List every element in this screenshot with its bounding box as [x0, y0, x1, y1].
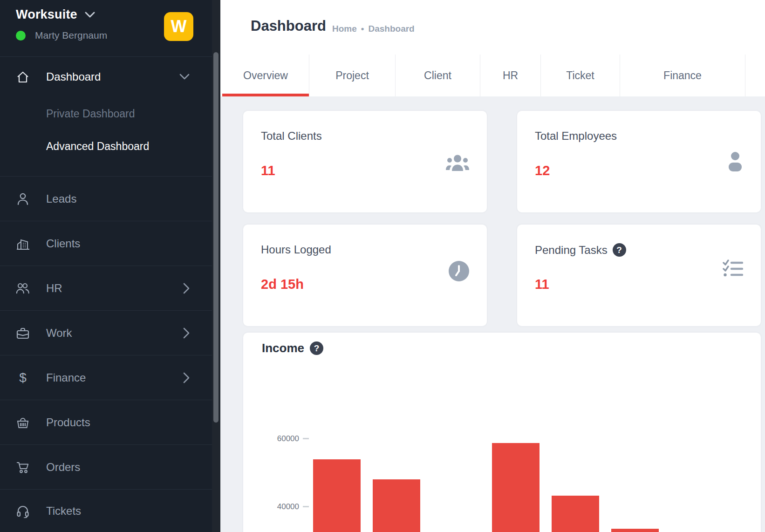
sidebar-item-label: Products	[46, 416, 90, 429]
task-list-icon	[723, 259, 743, 279]
current-user[interactable]: Marty Bergnaum	[16, 30, 107, 41]
income-bar[interactable]	[611, 529, 659, 532]
total-employees-value: 12	[535, 163, 550, 178]
y-axis-tick-mark	[303, 438, 309, 439]
card-title: Hours Logged	[261, 243, 331, 256]
user-name: Marty Bergnaum	[35, 30, 107, 41]
app-logo[interactable]: W	[164, 12, 193, 41]
sidebar-subitem-label: Private Dashboard	[46, 108, 135, 120]
y-axis-tick-mark	[303, 506, 309, 507]
sidebar-item-leads[interactable]: Leads	[0, 176, 212, 221]
chevron-down-icon	[179, 74, 190, 80]
income-bar[interactable]	[552, 496, 599, 532]
income-bar[interactable]	[373, 479, 420, 532]
y-axis-tick-label: 60000	[248, 434, 299, 443]
sidebar-item-hr[interactable]: HR	[0, 266, 212, 311]
income-bar-plot: 60000 40000	[243, 333, 761, 532]
income-chart-card: Income ? 60000 40000	[243, 333, 761, 532]
sidebar-header: Worksuite Marty Bergnaum W	[0, 0, 212, 57]
sidebar-item-label: Tickets	[46, 505, 81, 518]
total-clients-card[interactable]: Total Clients 11	[243, 111, 487, 212]
dollar-icon: $	[16, 370, 30, 385]
cart-icon	[16, 461, 30, 474]
sidebar-item-orders[interactable]: Orders	[0, 444, 212, 490]
sidebar-item-private-dashboard[interactable]: Private Dashboard	[0, 100, 212, 128]
breadcrumb-current: Dashboard	[368, 24, 414, 34]
breadcrumb-home[interactable]: Home	[332, 24, 357, 34]
sidebar-scrollbar-thumb[interactable]	[213, 52, 219, 423]
breadcrumb-separator: •	[361, 24, 364, 34]
tab-label: Ticket	[566, 69, 594, 82]
people-icon	[16, 282, 30, 295]
briefcase-icon	[16, 327, 30, 340]
total-clients-value: 11	[261, 163, 275, 178]
pending-tasks-card[interactable]: Pending Tasks ? 11	[517, 225, 761, 326]
overview-content: Total Clients 11 Total Employees 12 Hour…	[220, 96, 765, 532]
sidebar-item-products[interactable]: Products	[0, 400, 212, 445]
help-icon[interactable]: ?	[613, 243, 626, 257]
home-icon	[16, 70, 30, 83]
sidebar-item-label: HR	[46, 282, 62, 295]
tab-ticket[interactable]: Ticket	[540, 55, 620, 96]
person-icon	[16, 192, 30, 205]
main-area: Dashboard Home • Dashboard Overview Proj…	[220, 0, 765, 532]
users-group-icon	[446, 154, 469, 172]
tab-label: HR	[503, 69, 518, 82]
sidebar-item-advanced-dashboard[interactable]: Advanced Dashboard	[0, 132, 212, 160]
tab-label: Finance	[663, 69, 702, 82]
income-bar[interactable]	[492, 443, 540, 532]
card-title: Total Clients	[261, 130, 322, 143]
page-header: Dashboard Home • Dashboard	[220, 0, 765, 55]
app-logo-letter: W	[171, 17, 187, 36]
page-title: Dashboard	[251, 18, 326, 34]
tab-partial[interactable]	[745, 55, 765, 96]
sidebar-item-dashboard[interactable]: Dashboard	[0, 58, 212, 95]
sidebar-item-finance[interactable]: $ Finance	[0, 355, 212, 400]
sidebar: Worksuite Marty Bergnaum W Dashboard	[0, 0, 220, 532]
sidebar-item-label: Clients	[46, 237, 80, 250]
sidebar-subitem-label: Advanced Dashboard	[46, 140, 149, 153]
sidebar-item-label: Finance	[46, 371, 86, 384]
tab-label: Client	[424, 69, 451, 82]
brand-name: Worksuite	[16, 7, 77, 22]
sidebar-item-label: Dashboard	[46, 70, 101, 83]
sidebar-item-clients[interactable]: Clients	[0, 221, 212, 266]
clock-icon	[449, 261, 469, 281]
worksuite-app: Worksuite Marty Bergnaum W Dashboard	[0, 0, 765, 532]
headset-icon	[16, 504, 30, 518]
card-title: Pending Tasks	[535, 244, 608, 257]
chevron-down-icon	[85, 12, 95, 18]
sidebar-scrollbar-track	[212, 0, 220, 532]
sidebar-item-label: Orders	[46, 461, 80, 474]
tab-project[interactable]: Project	[309, 55, 395, 96]
total-employees-card[interactable]: Total Employees 12	[517, 111, 761, 212]
tab-overview[interactable]: Overview	[222, 55, 309, 96]
pending-tasks-value: 11	[535, 277, 549, 292]
tab-label: Overview	[243, 69, 288, 82]
chevron-right-icon	[183, 327, 190, 339]
workspace-switcher[interactable]: Worksuite	[16, 7, 95, 22]
tab-hr[interactable]: HR	[480, 55, 540, 96]
income-bar[interactable]	[313, 459, 361, 532]
card-title: Total Employees	[535, 130, 617, 143]
building-icon	[16, 237, 30, 251]
person-filled-icon	[727, 151, 743, 172]
breadcrumb: Home • Dashboard	[332, 24, 415, 34]
chevron-right-icon	[183, 372, 190, 383]
basket-icon	[16, 416, 30, 429]
y-axis-tick-label: 40000	[248, 502, 299, 512]
sidebar-item-tickets[interactable]: Tickets	[0, 489, 212, 532]
sidebar-item-label: Leads	[46, 192, 76, 205]
tab-client[interactable]: Client	[395, 55, 480, 96]
tab-finance[interactable]: Finance	[620, 55, 745, 96]
chevron-right-icon	[183, 283, 190, 294]
hours-logged-value: 2d 15h	[261, 277, 304, 292]
dashboard-tabbar: Overview Project Client HR Ticket Financ…	[220, 55, 765, 96]
online-status-dot	[16, 31, 26, 41]
tab-label: Project	[335, 69, 369, 82]
hours-logged-card[interactable]: Hours Logged 2d 15h	[243, 225, 487, 326]
sidebar-item-work[interactable]: Work	[0, 310, 212, 355]
sidebar-item-label: Work	[46, 327, 72, 340]
